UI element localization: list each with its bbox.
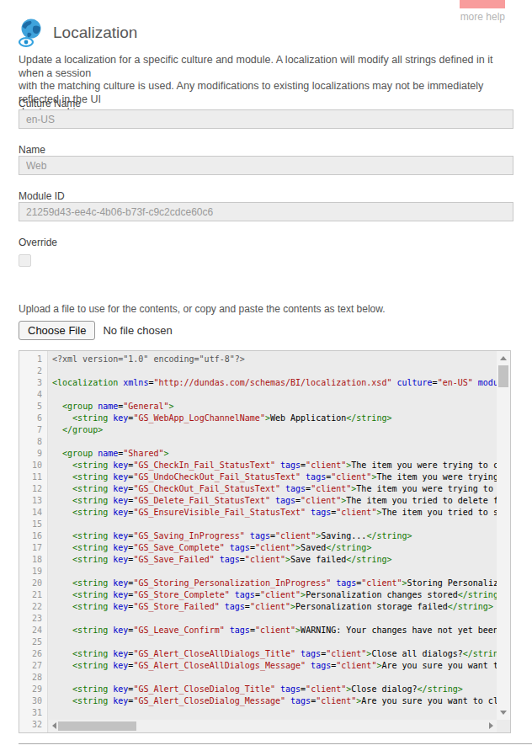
code-line: <string key="GS_Alert_CloseDialog_Messag… [52,695,497,707]
code-line [52,436,497,448]
editor-gutter: 1234567891011121314151617181920212223242… [19,351,48,732]
choose-file-button[interactable]: Choose File [19,321,95,340]
file-upload-row: Choose File No file chosen [19,320,173,340]
code-line: <group name="General"> [52,401,497,413]
line-number: 5 [19,401,47,413]
line-number: 20 [19,578,47,589]
code-line: <string key="GS_Delete_Fail_StatusText" … [52,495,497,507]
name-label: Name [19,144,45,156]
localization-page: more help Localization Update a localiza… [0,0,532,756]
file-chosen-status: No file chosen [103,324,172,337]
line-number: 10 [19,460,47,471]
line-number: 27 [19,660,47,672]
code-line: <string key="GS_Alert_CloseDialog_Title"… [52,684,497,695]
globe-eye-icon [16,17,46,49]
code-line: <string key="GS_CheckOut_Fail_StatusText… [52,483,497,495]
line-number: 31 [19,707,47,719]
code-line [52,519,497,530]
line-number: 13 [19,495,47,507]
line-number: 11 [19,471,47,483]
scroll-up-icon[interactable] [500,356,507,360]
line-number: 26 [19,648,47,660]
line-number: 9 [19,448,47,460]
scroll-down-icon[interactable] [500,711,507,715]
code-line: <string key="GS_Store_Failed" tags="clie… [52,601,497,613]
horizontal-scrollbar[interactable] [49,720,497,732]
code-line [52,389,497,401]
scroll-left-icon[interactable] [52,722,56,729]
vertical-scrollbar-thumb[interactable] [498,365,508,387]
code-line: <string key="GS_Save_Complete" tags="cli… [52,542,497,554]
line-number: 17 [19,542,47,554]
line-number: 1 [19,354,47,365]
line-number: 18 [19,554,47,566]
code-line: <group name="Shared"> [52,448,497,460]
footer-divider [19,743,532,744]
code-line [52,636,497,648]
code-line: <string key="GS_Alert_CloseAllDialogs_Me… [52,660,497,672]
description-line: with the matching culture is used. Any m… [19,80,520,106]
line-number: 2 [19,365,47,377]
module-id-label: Module ID [19,190,65,202]
line-number: 21 [19,589,47,601]
page-title: Localization [53,24,137,42]
scroll-right-icon[interactable] [489,722,493,729]
code-line: <string key="GS_Save_Failed" tags="clien… [52,554,497,566]
code-line: <string key="GS_Storing_Personalization_… [52,578,497,589]
code-line: <string key="GS_Alert_CloseAllDialogs_Ti… [52,648,497,660]
line-number: 6 [19,413,47,424]
vertical-scrollbar[interactable] [497,351,510,720]
code-line [52,566,497,578]
line-number: 4 [19,389,47,401]
line-number: 15 [19,519,47,530]
line-number: 29 [19,684,47,695]
line-number: 19 [19,566,47,578]
culture-name-label: Culture Name [19,98,81,109]
name-input [19,156,513,175]
module-id-input [19,202,513,221]
line-number: 14 [19,507,47,519]
page-header: Localization [16,17,137,49]
code-line: <string key="GS_Saving_InProgress" tags=… [52,530,497,542]
upload-hint: Upload a file to use for the contents, o… [19,303,386,315]
code-line: <string key="GS_WebApp_LogChannelName">W… [52,413,497,424]
code-line: <localization xmlns="http://dundas.com/s… [52,377,497,389]
line-number: 24 [19,625,47,636]
line-number: 23 [19,613,47,625]
code-line: <string key="GS_EnsureVisible_Fail_Statu… [52,507,497,519]
code-line: </group> [52,424,497,436]
line-number: 16 [19,530,47,542]
code-line [52,707,497,719]
code-line: <?xml version="1.0" encoding="utf-8"?> [52,354,497,365]
culture-name-input [19,109,513,129]
line-number: 32 [19,719,47,731]
xml-code-editor: 1234567891011121314151617181920212223242… [19,350,511,733]
more-help-link[interactable]: more help [460,11,505,23]
top-action-button[interactable] [460,0,505,8]
code-line: <string key="GS_Leave_Confirm" tags="cli… [52,625,497,636]
line-number: 7 [19,424,47,436]
line-number: 30 [19,695,47,707]
description-line: Update a localization for a specific cul… [19,54,520,80]
code-line: <string key="GS_UndoCheckOut_Fail_Status… [52,471,497,483]
code-line [52,613,497,625]
line-number: 3 [19,377,47,389]
line-number: 8 [19,436,47,448]
override-label: Override [19,237,57,248]
code-line [52,672,497,684]
line-number: 25 [19,636,47,648]
line-number: 22 [19,601,47,613]
override-checkbox [19,254,31,267]
horizontal-scrollbar-thumb[interactable] [58,721,136,731]
line-number: 12 [19,483,47,495]
line-number: 28 [19,672,47,684]
code-line: <string key="GS_Store_Complete" tags="cl… [52,589,497,601]
editor-code[interactable]: <?xml version="1.0" encoding="utf-8"?><l… [49,351,497,732]
code-line: <string key="GS_CheckIn_Fail_StatusText"… [52,460,497,471]
code-line [52,365,497,377]
